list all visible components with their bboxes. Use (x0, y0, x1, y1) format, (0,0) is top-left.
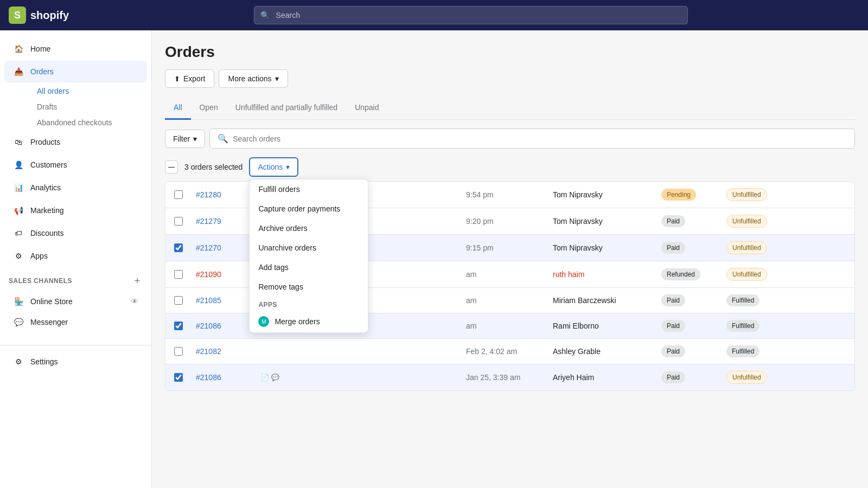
order-customer[interactable]: Tom Nipravsky (553, 243, 661, 252)
row-checkbox[interactable] (174, 217, 183, 226)
payment-badge: Paid (661, 371, 685, 383)
marketing-icon: 📢 (13, 205, 24, 216)
toolbar: ⬆ Export More actions ▾ (165, 69, 855, 88)
order-date: Jan 25, 3:39 am (466, 373, 553, 382)
export-button[interactable]: ⬆ Export (165, 69, 214, 88)
fulfillment-badge: Fulfilled (726, 345, 760, 357)
order-tabs: All Open Unfulfilled and partially fulfi… (165, 97, 855, 120)
row-checkbox[interactable] (174, 373, 183, 382)
fulfillment-status: Fulfilled (726, 345, 802, 357)
search-orders-input[interactable] (233, 134, 847, 143)
doc-icon: 📄 (261, 374, 269, 381)
apps-section-label: APPS (250, 297, 368, 311)
chevron-down-icon: ▾ (275, 74, 279, 83)
sidebar-item-label: Settings (30, 357, 58, 366)
row-checkbox-cell[interactable] (174, 296, 196, 305)
dropdown-item-fulfill[interactable]: Fulfill orders (250, 179, 368, 199)
order-customer[interactable]: Miriam Barczewski (553, 296, 661, 305)
sidebar-item-products[interactable]: 🛍 Products (4, 131, 147, 153)
payment-status: Paid (661, 345, 726, 357)
sidebar-item-label: Analytics (30, 183, 61, 192)
row-checkbox[interactable] (174, 296, 183, 305)
order-customer[interactable]: Ashley Grable (553, 347, 661, 356)
dropdown-item-remove-tags[interactable]: Remove tags (250, 277, 368, 297)
sidebar-item-settings[interactable]: ⚙ Settings (4, 351, 147, 373)
search-bar: 🔍 (254, 6, 688, 24)
dropdown-item-capture[interactable]: Capture order payments (250, 199, 368, 219)
merge-orders-icon: M (258, 316, 269, 327)
fulfillment-status: Fulfilled (726, 294, 802, 306)
logo-text: shopify (30, 9, 69, 22)
row-checkbox[interactable] (174, 243, 183, 252)
row-checkbox-cell[interactable] (174, 270, 196, 279)
orders-search-field[interactable]: 🔍 (209, 129, 855, 149)
discounts-icon: 🏷 (13, 228, 24, 239)
order-customer[interactable]: Rami Elborno (553, 322, 661, 330)
tab-unfulfilled[interactable]: Unfulfilled and partially fulfilled (227, 97, 346, 120)
order-date: 9:15 pm (466, 243, 553, 252)
sidebar-item-apps[interactable]: ⚙ Apps (4, 245, 147, 267)
sidebar-item-abandoned[interactable]: Abandoned checkouts (30, 115, 147, 130)
actions-button[interactable]: Actions ▾ (249, 157, 298, 177)
row-checkbox[interactable] (174, 322, 183, 330)
dropdown-item-merge[interactable]: M Merge orders (250, 311, 368, 332)
sidebar-item-discounts[interactable]: 🏷 Discounts (4, 222, 147, 244)
customers-icon: 👤 (13, 159, 24, 170)
order-number[interactable]: #21082 (196, 347, 261, 356)
sidebar-item-marketing[interactable]: 📢 Marketing (4, 200, 147, 221)
table-row: #21082 Feb 2, 4:02 am Ashley Grable Paid… (165, 339, 854, 364)
row-checkbox-cell[interactable] (174, 347, 196, 356)
payment-status: Pending (661, 189, 726, 201)
eye-icon[interactable]: 👁 (131, 297, 138, 306)
row-checkbox[interactable] (174, 347, 183, 356)
orders-submenu: All orders Drafts Abandoned checkouts (0, 84, 151, 130)
sidebar-item-all-orders[interactable]: All orders (30, 84, 147, 99)
dropdown-item-unarchive[interactable]: Unarchive orders (250, 238, 368, 258)
logo[interactable]: S shopify (9, 7, 69, 24)
order-customer[interactable]: Ariyeh Haim (553, 373, 661, 382)
sidebar-item-orders[interactable]: 📥 Orders (4, 61, 147, 82)
search-input[interactable] (254, 6, 688, 24)
filter-button[interactable]: Filter ▾ (165, 130, 205, 148)
tab-unpaid[interactable]: Unpaid (346, 97, 387, 120)
sidebar-item-label: Home (30, 44, 50, 53)
row-checkbox-cell[interactable] (174, 373, 196, 382)
sidebar-item-online-store[interactable]: 🏪 Online Store 👁 (4, 292, 147, 311)
orders-icon: 📥 (13, 66, 24, 77)
search-orders-icon: 🔍 (218, 133, 228, 144)
filter-bar: Filter ▾ 🔍 (165, 129, 855, 149)
sidebar-item-drafts[interactable]: Drafts (30, 99, 147, 114)
order-customer[interactable]: Tom Nipravsky (553, 217, 661, 226)
fulfillment-badge: Unfulfilled (726, 268, 767, 281)
payment-status: Paid (661, 242, 726, 254)
sidebar-item-analytics[interactable]: 📊 Analytics (4, 177, 147, 198)
page-title: Orders (165, 43, 855, 61)
fulfillment-status: Unfulfilled (726, 188, 802, 201)
order-date: am (466, 296, 553, 305)
order-customer[interactable]: ruth haim (553, 270, 661, 279)
deselect-button[interactable]: — (165, 160, 178, 174)
row-checkbox[interactable] (174, 190, 183, 199)
tab-open[interactable]: Open (191, 97, 227, 120)
row-checkbox-cell[interactable] (174, 243, 196, 252)
fulfillment-badge: Fulfilled (726, 320, 760, 332)
row-checkbox-cell[interactable] (174, 217, 196, 226)
row-checkbox-cell[interactable] (174, 322, 196, 330)
chevron-down-icon: ▾ (193, 134, 197, 143)
tab-all[interactable]: All (165, 97, 191, 120)
minus-icon: — (168, 163, 175, 171)
row-checkbox[interactable] (174, 270, 183, 279)
top-navigation: S shopify 🔍 (0, 0, 868, 30)
dropdown-item-add-tags[interactable]: Add tags (250, 258, 368, 277)
order-number[interactable]: #21086 (196, 373, 261, 382)
dropdown-item-archive[interactable]: Archive orders (250, 219, 368, 238)
sales-channels-header: SALES CHANNELS + (0, 271, 151, 291)
order-customer[interactable]: Tom Nipravsky (553, 190, 661, 199)
sidebar-item-home[interactable]: 🏠 Home (4, 38, 147, 60)
row-checkbox-cell[interactable] (174, 190, 196, 199)
sidebar-item-messenger[interactable]: 💬 Messenger (4, 312, 147, 332)
sidebar-item-customers[interactable]: 👤 Customers (4, 154, 147, 176)
order-icons: 📄💬 (261, 374, 466, 381)
more-actions-button[interactable]: More actions ▾ (219, 69, 288, 88)
add-sales-channel-button[interactable]: + (132, 275, 143, 286)
